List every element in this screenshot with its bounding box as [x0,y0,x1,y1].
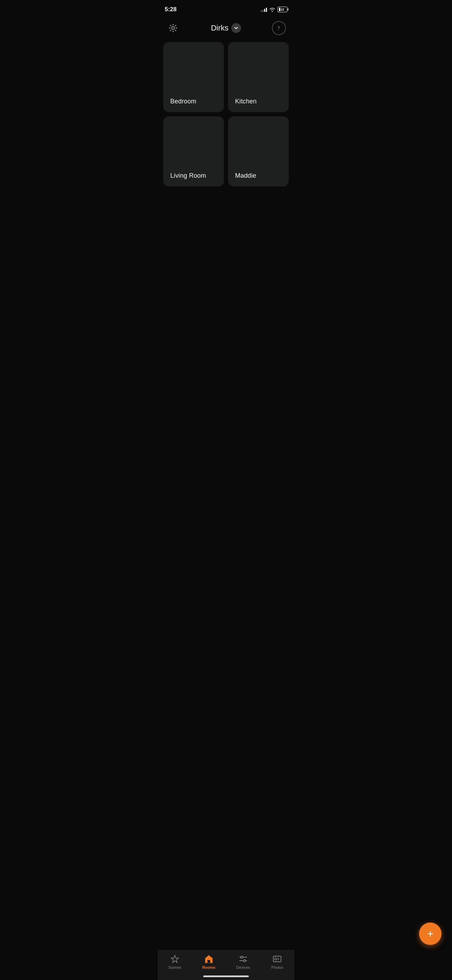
home-title: Dirks [211,24,228,33]
dropdown-icon [231,23,241,33]
room-card-maddie[interactable]: Maddie [228,116,289,186]
room-card-label: Kitchen [235,98,256,105]
room-card-bedroom[interactable]: Bedroom [163,42,224,112]
signal-icon [261,7,267,12]
settings-button[interactable] [166,21,180,35]
status-icons: 22 [261,7,287,12]
room-card-label: Maddie [235,172,256,180]
status-time: 5:28 [165,6,177,13]
room-card-kitchen[interactable]: Kitchen [228,42,289,112]
gear-icon [168,23,178,33]
rooms-grid: Bedroom Kitchen Living Room Maddie [158,42,294,186]
wifi-icon [269,7,275,12]
room-card-living-room[interactable]: Living Room [163,116,224,186]
svg-point-0 [172,27,175,29]
battery-icon: 22 [277,7,287,12]
svg-text:?: ? [277,25,280,31]
room-card-label: Living Room [170,172,206,180]
room-card-label: Bedroom [170,98,196,105]
home-selector-button[interactable]: Dirks [211,23,241,33]
header: Dirks ? [158,18,294,42]
question-mark-icon: ? [276,25,282,31]
help-button[interactable]: ? [272,21,286,35]
status-bar: 5:28 22 [158,0,294,18]
